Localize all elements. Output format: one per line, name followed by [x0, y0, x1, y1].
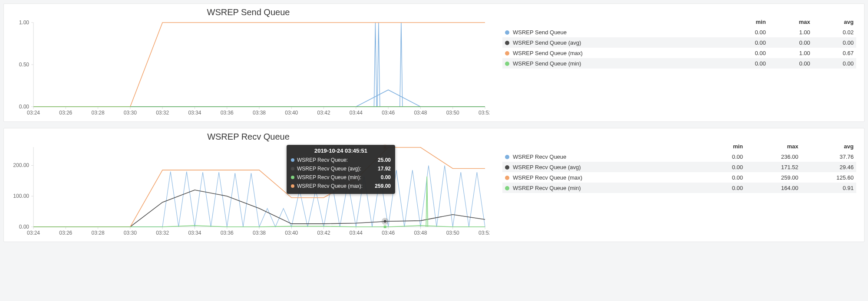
tooltip-label: WSREP Recv Queue: — [297, 156, 348, 164]
legend-label: WSREP Send Queue (min) — [513, 60, 581, 67]
legend-min: 0.00 — [725, 48, 769, 58]
legend-send: min max avg WSREP Send Queue 0.00 1.00 0… — [489, 7, 856, 119]
svg-text:03:42: 03:42 — [317, 230, 330, 236]
legend-row[interactable]: WSREP Send Queue (avg) 0.00 0.00 0.00 — [502, 37, 856, 48]
legend-min: 0.00 — [706, 183, 746, 193]
legend-header-avg: avg — [813, 17, 856, 27]
legend-row[interactable]: WSREP Recv Queue 0.00 236.00 37.76 — [502, 151, 856, 162]
svg-text:03:40: 03:40 — [285, 110, 298, 116]
tooltip-label: WSREP Recv Queue (min): — [297, 173, 361, 182]
swatch-icon — [291, 176, 294, 179]
tooltip-value: 259.00 — [369, 182, 391, 190]
legend-row[interactable]: WSREP Recv Queue (max) 0.00 259.00 125.6… — [502, 172, 856, 183]
swatch-icon — [291, 184, 294, 188]
svg-point-79 — [384, 220, 386, 222]
swatch-icon — [505, 165, 509, 170]
svg-text:03:28: 03:28 — [92, 230, 105, 236]
svg-text:0.00: 0.00 — [19, 104, 30, 110]
legend-header-name — [502, 17, 725, 27]
svg-text:03:28: 03:28 — [92, 110, 105, 116]
legend-row[interactable]: WSREP Recv Queue (avg) 0.00 171.52 29.46 — [502, 162, 856, 172]
swatch-icon — [505, 176, 509, 180]
legend-row[interactable]: WSREP Send Queue 0.00 1.00 0.02 — [502, 27, 856, 37]
panel-send-queue: WSREP Send Queue 0.000.501.0003:2403:260… — [3, 3, 865, 122]
svg-text:03:46: 03:46 — [382, 110, 395, 116]
legend-avg: 125.60 — [801, 172, 856, 183]
legend-avg: 29.46 — [801, 162, 856, 172]
legend-recv: min max avg WSREP Recv Queue 0.00 236.00… — [489, 131, 856, 239]
svg-text:03:48: 03:48 — [414, 230, 427, 236]
swatch-icon — [291, 158, 294, 162]
chart-svg-send[interactable]: 0.000.501.0003:2403:2603:2803:3003:3203:… — [7, 19, 489, 119]
chart-svg-recv[interactable]: 0.00100.00200.0003:2403:2603:2803:3003:3… — [7, 144, 489, 239]
chart-title: WSREP Send Queue — [7, 7, 489, 17]
swatch-icon — [505, 30, 509, 35]
legend-max: 171.52 — [746, 162, 801, 172]
svg-text:03:30: 03:30 — [124, 110, 137, 116]
svg-text:03:26: 03:26 — [59, 230, 72, 236]
legend-avg: 0.00 — [813, 37, 856, 48]
svg-text:03:38: 03:38 — [253, 110, 266, 116]
legend-avg: 0.91 — [801, 183, 856, 193]
tooltip-value: 25.00 — [372, 156, 391, 164]
legend-max: 1.00 — [769, 27, 813, 37]
tooltip-label: WSREP Recv Queue (max): — [297, 182, 363, 190]
chart-area-recv[interactable]: WSREP Recv Queue 0.00100.00200.0003:2403… — [7, 131, 489, 239]
legend-max: 1.00 — [769, 48, 813, 58]
legend-avg: 37.76 — [801, 151, 856, 162]
legend-min: 0.00 — [725, 27, 769, 37]
legend-row[interactable]: WSREP Recv Queue (min) 0.00 164.00 0.91 — [502, 183, 856, 193]
legend-label: WSREP Send Queue — [513, 29, 567, 36]
legend-max: 0.00 — [769, 58, 813, 69]
tooltip-value: 0.00 — [375, 173, 391, 182]
swatch-icon — [505, 62, 509, 66]
svg-text:03:42: 03:42 — [317, 110, 330, 116]
legend-table: min max avg WSREP Recv Queue 0.00 236.00… — [502, 141, 856, 193]
legend-max: 0.00 — [769, 37, 813, 48]
tooltip-row: WSREP Recv Queue: 25.00 — [291, 156, 391, 164]
svg-text:03:32: 03:32 — [156, 230, 169, 236]
legend-header-min: min — [706, 141, 746, 151]
legend-min: 0.00 — [725, 58, 769, 69]
svg-rect-80 — [384, 226, 386, 228]
svg-text:0.50: 0.50 — [19, 62, 30, 68]
swatch-icon — [505, 186, 509, 190]
legend-min: 0.00 — [706, 162, 746, 172]
legend-label: WSREP Recv Queue (max) — [513, 174, 582, 181]
chart-tooltip: 2019-10-24 03:45:51 WSREP Recv Queue: 25… — [287, 145, 395, 194]
tooltip-row: WSREP Recv Queue (max): 259.00 — [291, 182, 391, 190]
legend-label: WSREP Send Queue (avg) — [513, 39, 581, 46]
legend-row[interactable]: WSREP Send Queue (max) 0.00 1.00 0.67 — [502, 48, 856, 58]
svg-text:03:50: 03:50 — [446, 110, 459, 116]
dashboard: WSREP Send Queue 0.000.501.0003:2403:260… — [0, 0, 868, 252]
svg-text:03:34: 03:34 — [188, 110, 201, 116]
legend-header-avg: avg — [801, 141, 856, 151]
svg-text:03:24: 03:24 — [27, 110, 40, 116]
legend-min: 0.00 — [725, 37, 769, 48]
legend-header-name — [502, 141, 706, 151]
svg-text:03:38: 03:38 — [253, 230, 266, 236]
swatch-icon — [505, 41, 509, 45]
svg-text:100.00: 100.00 — [13, 193, 29, 199]
svg-text:03:52: 03:52 — [479, 110, 489, 116]
legend-label: WSREP Recv Queue (avg) — [513, 164, 581, 170]
chart-area-send[interactable]: WSREP Send Queue 0.000.501.0003:2403:260… — [7, 7, 489, 119]
svg-text:03:48: 03:48 — [414, 110, 427, 116]
svg-text:03:26: 03:26 — [59, 110, 72, 116]
legend-max: 164.00 — [746, 183, 801, 193]
legend-min: 0.00 — [706, 172, 746, 183]
legend-avg: 0.00 — [813, 58, 856, 69]
svg-text:0.00: 0.00 — [19, 224, 30, 230]
legend-header-min: min — [725, 17, 769, 27]
swatch-icon — [505, 155, 509, 159]
legend-label: WSREP Recv Queue — [513, 154, 566, 160]
legend-header-max: max — [746, 141, 801, 151]
svg-text:03:30: 03:30 — [124, 230, 137, 236]
svg-text:03:34: 03:34 — [188, 230, 201, 236]
legend-table: min max avg WSREP Send Queue 0.00 1.00 0… — [502, 17, 856, 69]
svg-text:03:50: 03:50 — [446, 230, 459, 236]
legend-row[interactable]: WSREP Send Queue (min) 0.00 0.00 0.00 — [502, 58, 856, 69]
svg-text:03:24: 03:24 — [27, 230, 40, 236]
legend-avg: 0.02 — [813, 27, 856, 37]
svg-text:03:40: 03:40 — [285, 230, 298, 236]
